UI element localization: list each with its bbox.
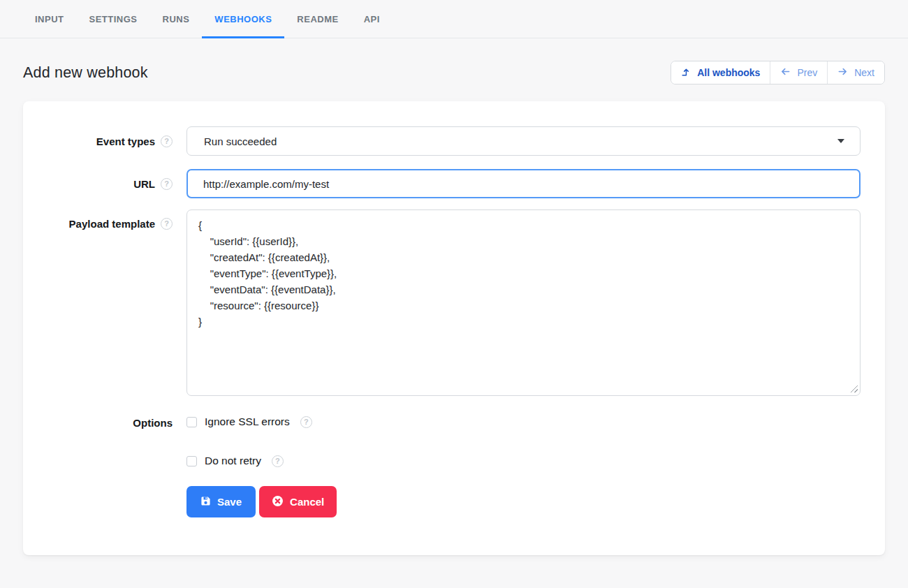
do-not-retry-label[interactable]: Do not retry bbox=[205, 455, 261, 467]
tab-webhooks[interactable]: WEBHOOKS bbox=[202, 0, 284, 38]
save-floppy-icon bbox=[200, 496, 211, 508]
next-button[interactable]: Next bbox=[827, 61, 884, 84]
options-row: Options Ignore SSL errors ? Do not retry… bbox=[23, 416, 885, 467]
chevron-down-icon bbox=[837, 139, 844, 143]
arrow-left-icon bbox=[780, 66, 791, 79]
url-label: URL bbox=[133, 178, 155, 190]
do-not-retry-option: Do not retry ? bbox=[186, 455, 861, 467]
url-row: URL ? bbox=[23, 169, 885, 198]
webhook-form-card: Event types ? Run succeeded URL ? Payloa… bbox=[23, 101, 885, 555]
event-types-select[interactable]: Run succeeded bbox=[186, 126, 861, 156]
tab-settings[interactable]: SETTINGS bbox=[77, 0, 150, 38]
cancel-button[interactable]: Cancel bbox=[259, 486, 337, 517]
save-label: Save bbox=[217, 496, 242, 508]
prev-label: Prev bbox=[797, 67, 817, 78]
do-not-retry-checkbox[interactable] bbox=[186, 456, 197, 466]
help-icon[interactable]: ? bbox=[161, 218, 173, 230]
event-types-row: Event types ? Run succeeded bbox=[23, 126, 885, 156]
page-title: Add new webhook bbox=[23, 64, 148, 82]
options-label: Options bbox=[133, 417, 173, 429]
next-label: Next bbox=[854, 67, 874, 78]
event-types-label: Event types bbox=[96, 135, 155, 147]
arrow-right-icon bbox=[837, 66, 848, 79]
prev-button[interactable]: Prev bbox=[770, 61, 827, 84]
ignore-ssl-errors-option: Ignore SSL errors ? bbox=[186, 416, 861, 428]
actions-row: Save Cancel bbox=[23, 486, 885, 517]
page-header: Add new webhook All webhooks Prev bbox=[23, 61, 885, 84]
tab-api[interactable]: API bbox=[351, 0, 393, 38]
help-icon[interactable]: ? bbox=[161, 135, 173, 147]
tab-input[interactable]: INPUT bbox=[22, 0, 77, 38]
tab-bar: INPUT SETTINGS RUNS WEBHOOKS README API bbox=[0, 0, 908, 38]
help-icon[interactable]: ? bbox=[161, 178, 173, 190]
all-webhooks-button[interactable]: All webhooks bbox=[671, 61, 770, 84]
webhook-nav-group: All webhooks Prev Next bbox=[671, 61, 885, 84]
all-webhooks-label: All webhooks bbox=[697, 67, 760, 78]
event-types-selected-value: Run succeeded bbox=[204, 135, 277, 147]
cancel-x-circle-icon bbox=[272, 495, 284, 509]
arrow-up-from-line-icon bbox=[681, 67, 691, 79]
ignore-ssl-errors-label[interactable]: Ignore SSL errors bbox=[205, 416, 290, 428]
payload-template-row: Payload template ? { "userId": {{userId}… bbox=[23, 210, 885, 396]
ignore-ssl-errors-checkbox[interactable] bbox=[186, 417, 197, 427]
payload-template-label: Payload template bbox=[69, 218, 155, 230]
help-icon[interactable]: ? bbox=[272, 455, 284, 467]
cancel-label: Cancel bbox=[290, 496, 324, 508]
help-icon[interactable]: ? bbox=[300, 416, 312, 428]
payload-template-textarea[interactable]: { "userId": {{userId}}, "createdAt": {{c… bbox=[186, 210, 861, 396]
tab-readme[interactable]: README bbox=[284, 0, 351, 38]
tab-runs[interactable]: RUNS bbox=[150, 0, 203, 38]
url-input[interactable] bbox=[186, 169, 861, 198]
save-button[interactable]: Save bbox=[186, 486, 256, 517]
